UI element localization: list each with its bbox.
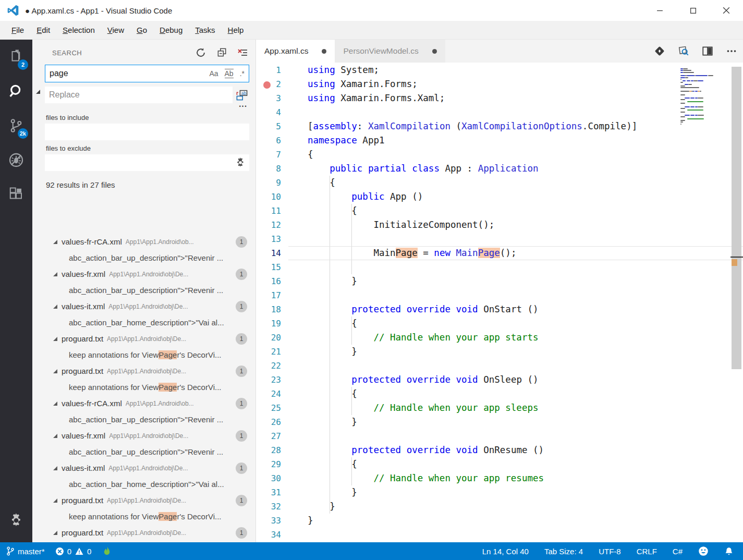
code-line-27[interactable]: 27: [256, 429, 743, 443]
more-actions-icon[interactable]: [725, 45, 738, 57]
maximize-button[interactable]: [676, 0, 710, 21]
line-number[interactable]: 22: [256, 359, 288, 373]
line-number[interactable]: 28: [256, 443, 288, 457]
line-number[interactable]: 26: [256, 415, 288, 429]
code-line-30[interactable]: 30 // Handle when your app resumes: [256, 471, 743, 485]
tab-size-status[interactable]: Tab Size: 4: [544, 547, 583, 556]
activity-bar-item-debug[interactable]: [0, 143, 32, 177]
replace-input[interactable]: [45, 90, 233, 100]
search-result-match-row[interactable]: abc_action_bar_up_description">"Revenir …: [32, 282, 255, 298]
regex-icon[interactable]: .*: [240, 69, 245, 78]
files-include-input[interactable]: [45, 128, 249, 136]
code-line-15[interactable]: 15: [256, 260, 743, 274]
activity-bar-item-explorer[interactable]: 2: [0, 40, 32, 74]
search-result-match-row[interactable]: keep annotations for ViewPager's DecorVi…: [32, 347, 255, 363]
code-line-31[interactable]: 31 }: [256, 485, 743, 500]
expand-twistie-icon[interactable]: [53, 401, 57, 406]
cursor-position-status[interactable]: Ln 14, Col 40: [482, 547, 529, 556]
line-number[interactable]: 5: [256, 119, 288, 133]
menu-item-help[interactable]: Help: [222, 21, 250, 40]
editor-scrollbar[interactable]: [730, 63, 743, 542]
search-result-file-row[interactable]: proguard.txtApp1\App1.Android\obj\De...1: [32, 363, 255, 379]
encoding-status[interactable]: UTF-8: [599, 547, 621, 556]
exclude-settings-gear-icon[interactable]: [235, 157, 246, 171]
search-result-file-row[interactable]: values-fr.xmlApp1\App1.Android\obj\De...…: [32, 266, 255, 282]
scrollbar-thumb[interactable]: [732, 67, 741, 369]
search-result-file-row[interactable]: values-it.xmlApp1\App1.Android\obj\De...…: [32, 460, 255, 476]
git-branch-status[interactable]: master*: [6, 546, 45, 556]
search-result-match-row[interactable]: abc_action_bar_up_description">"Revenir …: [32, 411, 255, 428]
search-result-match-row[interactable]: keep annotations for ViewPager's DecorVi…: [32, 379, 255, 395]
line-number[interactable]: 1: [256, 63, 288, 77]
code-line-33[interactable]: 33}: [256, 514, 743, 528]
whole-word-icon[interactable]: Ab: [225, 69, 234, 78]
line-number[interactable]: 20: [256, 331, 288, 345]
line-number[interactable]: 8: [256, 162, 288, 176]
code-line-18[interactable]: 18 protected override void OnStart (): [256, 302, 743, 316]
line-number[interactable]: 25: [256, 401, 288, 415]
line-number[interactable]: 16: [256, 274, 288, 288]
warnings-status[interactable]: 0: [75, 547, 91, 556]
code-line-26[interactable]: 26 }: [256, 415, 743, 429]
code-line-19[interactable]: 19 {: [256, 316, 743, 331]
line-number[interactable]: 6: [256, 133, 288, 148]
menu-item-selection[interactable]: Selection: [56, 21, 101, 40]
expand-twistie-icon[interactable]: [53, 531, 57, 535]
code-line-12[interactable]: 12 InitializeComponent();: [256, 218, 743, 232]
code-line-21[interactable]: 21 }: [256, 345, 743, 359]
split-editor-icon[interactable]: [701, 45, 714, 57]
line-number[interactable]: 31: [256, 485, 288, 500]
refresh-icon[interactable]: [195, 47, 206, 58]
code-line-22[interactable]: 22: [256, 359, 743, 373]
code-line-29[interactable]: 29 {: [256, 457, 743, 471]
toggle-replace-icon[interactable]: [36, 90, 40, 94]
line-number[interactable]: 4: [256, 105, 288, 119]
breakpoint-icon[interactable]: [263, 81, 271, 89]
activity-bar-item-source-control[interactable]: 2k: [0, 108, 32, 143]
line-number[interactable]: 14: [256, 246, 288, 260]
collapse-all-icon[interactable]: [216, 47, 227, 58]
code-line-3[interactable]: 3using Xamarin.Forms.Xaml;: [256, 91, 743, 105]
line-number[interactable]: 34: [256, 528, 288, 542]
code-line-9[interactable]: 9 {: [256, 176, 743, 190]
line-number[interactable]: 10: [256, 190, 288, 204]
search-result-file-row[interactable]: values-fr-rCA.xmlApp1\App1.Android\ob...…: [32, 234, 255, 250]
code-line-16[interactable]: 16 }: [256, 274, 743, 288]
line-number[interactable]: 21: [256, 345, 288, 359]
line-number[interactable]: 3: [256, 91, 288, 105]
expand-twistie-icon[interactable]: [53, 369, 57, 373]
menu-item-go[interactable]: Go: [130, 21, 153, 40]
code-line-13[interactable]: 13: [256, 232, 743, 246]
close-button[interactable]: [710, 0, 743, 21]
dirty-indicator-icon[interactable]: [432, 49, 437, 54]
code-line-5[interactable]: 5[assembly: XamlCompilation (XamlCompila…: [256, 119, 743, 133]
search-result-match-row[interactable]: abc_action_bar_up_description">"Revenir …: [32, 250, 255, 266]
line-number[interactable]: 23: [256, 373, 288, 387]
code-line-23[interactable]: 23 protected override void OnSleep (): [256, 373, 743, 387]
code-line-8[interactable]: 8 public partial class App : Application: [256, 162, 743, 176]
code-line-10[interactable]: 10 public App (): [256, 190, 743, 204]
dirty-indicator-icon[interactable]: [322, 49, 326, 54]
eol-status[interactable]: CRLF: [637, 547, 657, 556]
line-number[interactable]: 15: [256, 260, 288, 274]
activity-bar-item-settings[interactable]: [0, 504, 32, 538]
search-input[interactable]: [45, 69, 209, 78]
search-result-match-row[interactable]: abc_action_bar_home_description">"Vai al…: [32, 314, 255, 331]
menu-item-tasks[interactable]: Tasks: [189, 21, 221, 40]
expand-twistie-icon[interactable]: [53, 498, 57, 503]
line-number[interactable]: 13: [256, 232, 288, 246]
xaml-preview-icon[interactable]: [653, 45, 666, 57]
notifications-bell-icon[interactable]: [724, 546, 734, 556]
expand-twistie-icon[interactable]: [53, 466, 57, 470]
code-line-32[interactable]: 32 }: [256, 500, 743, 514]
line-number[interactable]: 24: [256, 387, 288, 401]
code-line-24[interactable]: 24 {: [256, 387, 743, 401]
flame-icon[interactable]: [103, 546, 112, 556]
search-result-file-row[interactable]: values-it.xmlApp1\App1.Android\obj\De...…: [32, 298, 255, 314]
code-editor[interactable]: 1using System;2using Xamarin.Forms;3usin…: [256, 63, 743, 542]
line-number[interactable]: 2: [256, 77, 288, 91]
search-result-file-row[interactable]: proguard.txtApp1\App1.Android\obj\De...1: [32, 331, 255, 347]
code-line-2[interactable]: 2using Xamarin.Forms;: [256, 77, 743, 91]
code-line-28[interactable]: 28 protected override void OnResume (): [256, 443, 743, 457]
expand-twistie-icon[interactable]: [53, 305, 57, 309]
